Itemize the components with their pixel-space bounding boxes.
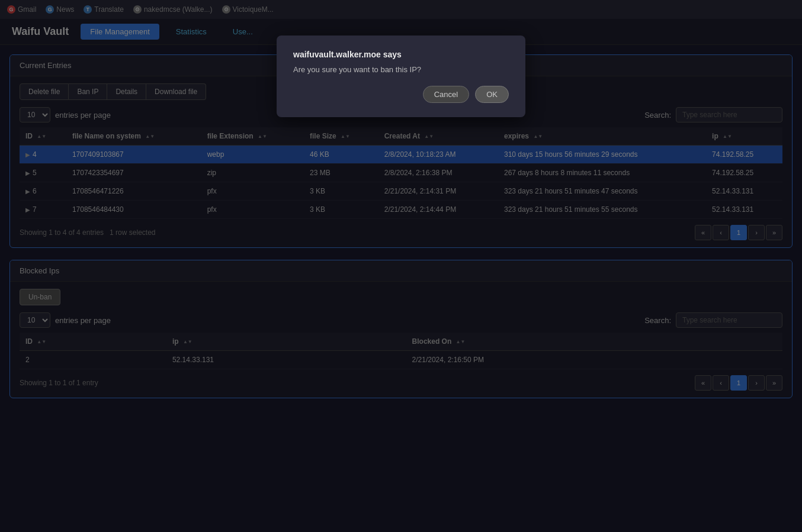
dialog-ok-button[interactable]: OK (475, 86, 509, 103)
dialog-box: waifuvault.walker.moe says Are you sure … (277, 36, 525, 117)
dialog-message: Are you sure you want to ban this IP? (293, 65, 509, 74)
dialog-buttons: Cancel OK (293, 86, 509, 103)
dialog-cancel-button[interactable]: Cancel (423, 86, 469, 103)
dialog-title: waifuvault.walker.moe says (293, 50, 509, 59)
dialog-overlay: waifuvault.walker.moe says Are you sure … (0, 0, 802, 532)
